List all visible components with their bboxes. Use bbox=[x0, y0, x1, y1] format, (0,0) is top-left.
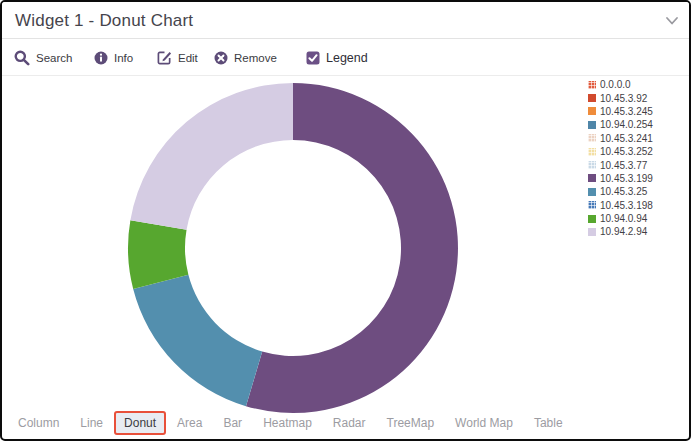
legend-label: 10.94.2.94 bbox=[600, 226, 647, 237]
legend-item-10.45.3.198[interactable]: 10.45.3.198 bbox=[588, 199, 686, 212]
tab-world-map[interactable]: World Map bbox=[455, 416, 513, 430]
edit-button[interactable]: Edit bbox=[157, 40, 198, 75]
remove-icon bbox=[214, 51, 228, 65]
widget-header: Widget 1 - Donut Chart bbox=[2, 2, 689, 39]
legend-item-0.0.0.0[interactable]: 0.0.0.0 bbox=[588, 78, 686, 91]
legend-swatch bbox=[588, 188, 596, 196]
legend-label: 0.0.0.0 bbox=[600, 79, 631, 90]
legend-label: 10.45.3.252 bbox=[600, 146, 653, 157]
legend-item-10.94.0.94[interactable]: 10.94.0.94 bbox=[588, 212, 686, 225]
checkbox-checked-icon bbox=[306, 51, 320, 65]
tab-line[interactable]: Line bbox=[80, 416, 103, 430]
collapse-widget-button[interactable] bbox=[665, 15, 679, 27]
tab-column[interactable]: Column bbox=[18, 416, 59, 430]
info-icon bbox=[94, 51, 108, 65]
legend-swatch bbox=[588, 134, 596, 142]
chart-area: 0.0.0.010.45.3.9210.45.3.24510.94.0.2541… bbox=[2, 75, 689, 406]
legend-swatch bbox=[588, 107, 596, 115]
tab-area[interactable]: Area bbox=[177, 416, 202, 430]
legend-label: 10.94.0.94 bbox=[600, 213, 647, 224]
legend-swatch bbox=[588, 201, 596, 209]
tab-table[interactable]: Table bbox=[534, 416, 563, 430]
legend-swatch bbox=[588, 148, 596, 156]
legend-label: 10.45.3.241 bbox=[600, 133, 653, 144]
legend-swatch bbox=[588, 161, 596, 169]
legend-item-10.45.3.77[interactable]: 10.45.3.77 bbox=[588, 158, 686, 171]
search-button[interactable]: Search bbox=[14, 40, 72, 75]
chart-type-tabbar: ColumnLineDonutAreaBarHeatmapRadarTreeMa… bbox=[2, 406, 689, 439]
legend-label: 10.45.3.92 bbox=[600, 93, 647, 104]
info-button[interactable]: Info bbox=[94, 40, 133, 75]
legend-toggle[interactable]: Legend bbox=[306, 40, 368, 75]
tab-donut[interactable]: Donut bbox=[114, 411, 166, 435]
legend-item-10.45.3.245[interactable]: 10.45.3.245 bbox=[588, 105, 686, 118]
legend-label: 10.45.3.25 bbox=[600, 186, 647, 197]
chart-legend: 0.0.0.010.45.3.9210.45.3.24510.94.0.2541… bbox=[588, 78, 686, 239]
legend-toggle-label: Legend bbox=[326, 51, 368, 65]
donut-slice-10.94.2.94[interactable] bbox=[130, 83, 293, 230]
legend-label: 10.45.3.198 bbox=[600, 200, 653, 211]
legend-swatch bbox=[588, 215, 596, 223]
info-label: Info bbox=[114, 52, 133, 64]
edit-label: Edit bbox=[178, 52, 198, 64]
tab-bar[interactable]: Bar bbox=[223, 416, 242, 430]
legend-item-10.45.3.92[interactable]: 10.45.3.92 bbox=[588, 91, 686, 104]
widget-toolbar: Search Info Edit Remove bbox=[2, 40, 689, 75]
remove-label: Remove bbox=[234, 52, 277, 64]
legend-label: 10.45.3.245 bbox=[600, 106, 653, 117]
chevron-down-icon bbox=[665, 15, 679, 27]
legend-item-10.45.3.25[interactable]: 10.45.3.25 bbox=[588, 185, 686, 198]
legend-item-10.45.3.199[interactable]: 10.45.3.199 bbox=[588, 172, 686, 185]
widget-title: Widget 1 - Donut Chart bbox=[15, 2, 193, 39]
donut-slice-10.45.3.25[interactable] bbox=[133, 275, 262, 406]
legend-label: 10.45.3.199 bbox=[600, 173, 653, 184]
search-icon bbox=[14, 50, 30, 66]
legend-item-10.45.3.241[interactable]: 10.45.3.241 bbox=[588, 132, 686, 145]
tab-heatmap[interactable]: Heatmap bbox=[263, 416, 312, 430]
legend-swatch bbox=[588, 81, 596, 89]
tab-radar[interactable]: Radar bbox=[333, 416, 366, 430]
legend-swatch bbox=[588, 94, 596, 102]
legend-swatch bbox=[588, 174, 596, 182]
legend-label: 10.94.0.254 bbox=[600, 119, 653, 130]
legend-swatch bbox=[588, 228, 596, 236]
tab-treemap[interactable]: TreeMap bbox=[387, 416, 435, 430]
widget-window: Widget 1 - Donut Chart Search Info bbox=[0, 0, 691, 441]
edit-icon bbox=[157, 50, 172, 65]
legend-item-10.45.3.252[interactable]: 10.45.3.252 bbox=[588, 145, 686, 158]
legend-swatch bbox=[588, 121, 596, 129]
legend-item-10.94.2.94[interactable]: 10.94.2.94 bbox=[588, 225, 686, 238]
legend-item-10.94.0.254[interactable]: 10.94.0.254 bbox=[588, 118, 686, 131]
search-label: Search bbox=[36, 52, 72, 64]
remove-button[interactable]: Remove bbox=[214, 40, 277, 75]
donut-chart bbox=[126, 81, 460, 415]
legend-label: 10.45.3.77 bbox=[600, 160, 647, 171]
